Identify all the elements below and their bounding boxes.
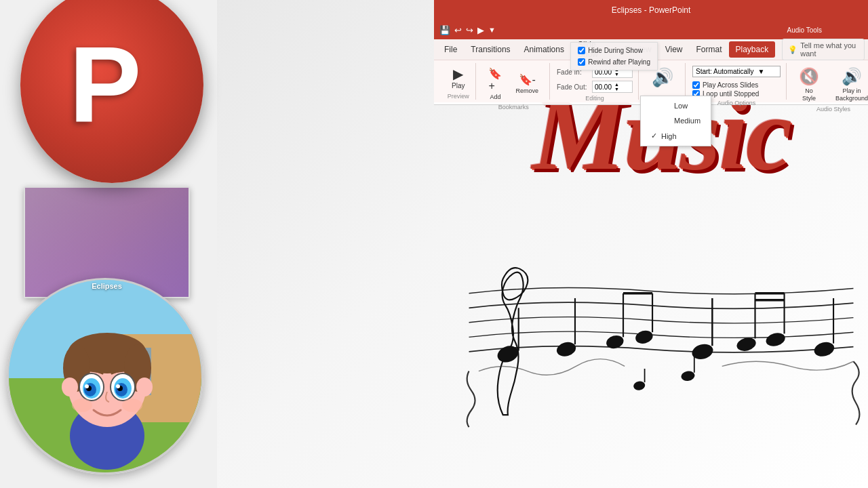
svg-point-10 (62, 378, 78, 396)
audio-styles-label: Audio Styles (816, 106, 850, 113)
hide-during-row[interactable]: Hide During Show (578, 47, 650, 54)
menu-animations[interactable]: Animations (517, 41, 571, 58)
menu-view[interactable]: View (658, 41, 690, 58)
tell-me-box[interactable]: 💡 Tell me what you want (782, 39, 865, 60)
avatar (7, 278, 203, 474)
remove-bookmark-icon: 🔖- (519, 73, 536, 86)
volume-high[interactable]: High (641, 128, 711, 144)
play-background-label: Play inBackground (835, 87, 868, 102)
hide-during-label: Hide During Show (588, 47, 643, 54)
no-style-icon: 🔇 (799, 67, 819, 86)
tell-me-text: Tell me what you want (800, 41, 859, 58)
volume-medium-label: Medium (674, 117, 701, 125)
window-title: Eclipses - PowerPoint (612, 5, 691, 15)
menu-playback[interactable]: Playback (729, 41, 776, 58)
present-icon[interactable]: ▶ (477, 25, 484, 35)
ribbon-group-bookmarks: 🔖+ Add 🔖- Remove Bookmarks (477, 63, 550, 100)
play-button[interactable]: ▶ Play (446, 66, 470, 91)
rewind-after-row[interactable]: Rewind after Playing (578, 58, 650, 66)
lightbulb-icon: 💡 (788, 45, 797, 54)
fade-out-label: Fade Out: (557, 83, 589, 91)
slide-title: Eclipses (92, 282, 122, 290)
svg-point-43 (812, 340, 835, 358)
menu-file[interactable]: File (437, 41, 464, 58)
start-dropdown-arrow[interactable]: ▼ (758, 68, 765, 75)
bookmarks-label: Bookmarks (498, 104, 529, 110)
no-style-button[interactable]: 🔇 NoStyle (793, 66, 825, 104)
ribbon-content: ▶ Play Preview 🔖+ Add 🔖- Remove (434, 60, 868, 102)
play-background-icon: 🔊 (842, 67, 862, 86)
redo-icon[interactable]: ↪ (466, 25, 473, 35)
fade-out-value: 00.00 (595, 83, 612, 91)
svg-point-47 (633, 380, 646, 391)
start-field[interactable]: Start: Automatically ▼ (692, 66, 781, 77)
ppt-p-letter: P (69, 30, 142, 139)
svg-point-22 (116, 384, 120, 388)
ribbon-group-audio-styles: 🔇 NoStyle 🔊 Play inBackground Audio Styl… (788, 63, 868, 100)
powerpoint-logo: P (20, 0, 203, 183)
sidebar: P Eclipses (0, 0, 217, 488)
svg-point-45 (680, 369, 695, 382)
undo-icon[interactable]: ↩ (454, 25, 462, 35)
ribbon: Eclipses - PowerPoint 💾 ↩ ↪ ▶ ▼ Audio To… (434, 0, 868, 105)
volume-high-label: High (661, 132, 677, 140)
slide-thumbnail[interactable]: Eclipses (24, 186, 190, 298)
customize-icon[interactable]: ▼ (488, 26, 496, 34)
play-across-checkbox[interactable] (692, 81, 700, 89)
audio-show-options: Hide During Show Rewind after Playing (570, 42, 658, 70)
play-label: Play (452, 82, 465, 89)
menu-format[interactable]: Format (690, 41, 729, 58)
volume-low[interactable]: Low (641, 98, 711, 113)
volume-dropdown: Low Medium High (640, 96, 711, 146)
svg-point-24 (72, 399, 92, 412)
rewind-after-checkbox[interactable] (578, 58, 585, 66)
svg-point-16 (85, 384, 89, 388)
title-bar: Eclipses - PowerPoint (434, 0, 868, 20)
start-value: Start: Automatically (696, 68, 754, 75)
music-notes-svg (454, 199, 868, 456)
main-content: Eclipses - PowerPoint 💾 ↩ ↪ ▶ ▼ Audio To… (217, 0, 868, 488)
ribbon-group-preview: ▶ Play Preview (441, 63, 476, 100)
volume-low-label: Low (674, 102, 688, 110)
svg-point-32 (634, 328, 654, 345)
no-style-label: NoStyle (802, 87, 816, 102)
volume-medium[interactable]: Medium (641, 113, 711, 128)
add-bookmark-icon: 🔖+ (488, 67, 502, 92)
play-across-label: Play Across Slides (703, 81, 758, 89)
svg-point-37 (735, 336, 757, 352)
music-notes-area (454, 166, 868, 488)
svg-point-28 (555, 340, 578, 358)
fade-out-down[interactable]: ▼ (614, 87, 619, 92)
menu-transitions[interactable]: Transitions (464, 41, 517, 58)
editing-label: Editing (585, 95, 604, 102)
preview-label: Preview (448, 93, 469, 100)
save-icon[interactable]: 💾 (439, 25, 450, 35)
remove-bookmark-label: Remove (515, 87, 538, 94)
rewind-after-label: Rewind after Playing (588, 58, 650, 66)
fade-out-field[interactable]: 00.00 ▲ ▼ (592, 81, 633, 93)
svg-point-11 (136, 378, 153, 396)
add-bookmark-button[interactable]: 🔖+ Add (483, 66, 507, 102)
fade-out-up[interactable]: ▲ (614, 82, 619, 87)
play-across-row[interactable]: Play Across Slides (692, 81, 759, 89)
svg-point-25 (122, 399, 142, 412)
play-background-button[interactable]: 🔊 Play inBackground (830, 66, 868, 104)
audio-options-label: Audio Options (717, 100, 756, 106)
fade-in-down[interactable]: ▼ (614, 72, 619, 77)
hide-during-checkbox[interactable] (578, 47, 585, 54)
svg-point-39 (764, 331, 787, 348)
play-icon: ▶ (453, 67, 463, 81)
add-bookmark-label: Add (490, 94, 500, 100)
ribbon-group-audio-options: Start: Automatically ▼ Play Across Slide… (687, 63, 787, 100)
audio-tools-label: Audio Tools (787, 26, 822, 34)
remove-bookmark-button[interactable]: 🔖- Remove (510, 72, 544, 96)
